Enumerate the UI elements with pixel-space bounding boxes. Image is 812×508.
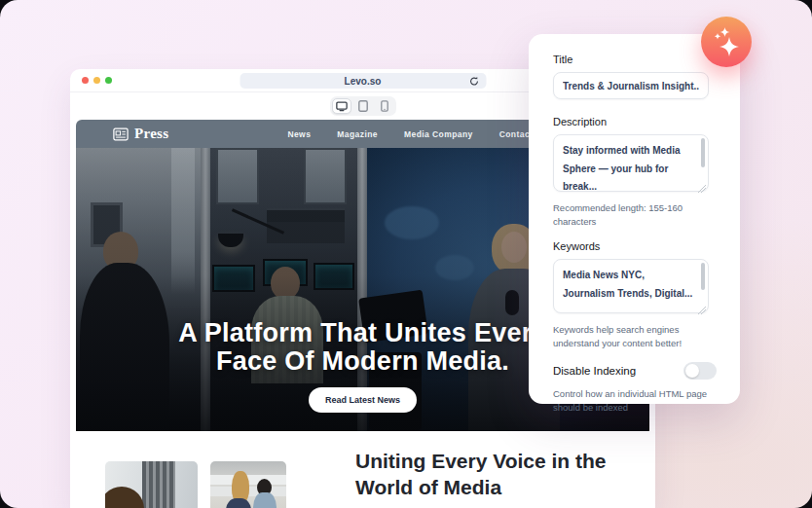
title-input[interactable] [553,72,709,99]
read-latest-news-button[interactable]: Read Latest News [309,387,417,413]
site-logo[interactable]: Press [113,126,168,142]
close-window-button[interactable] [82,77,89,84]
title-field-label: Title [553,54,717,65]
site-nav: News Magazine Media Company Contact [287,129,533,139]
description-field-label: Description [553,116,717,127]
ai-assistant-button[interactable] [701,17,752,67]
refresh-icon[interactable] [468,76,479,87]
keywords-field-wrap: Media News NYC, Journalism Trends, Digit… [553,259,709,317]
newspaper-icon [113,127,129,141]
desktop-icon[interactable] [332,98,351,114]
keywords-scrollbar[interactable] [701,263,705,290]
sparkles-icon [710,25,743,58]
screenshot-canvas: Levo.so [0,0,812,508]
indexing-helper-text: Control how an individual HTML page shou… [553,387,719,414]
seo-settings-panel: Title Description Stay informed with Med… [529,34,740,404]
description-textarea[interactable]: Stay informed with Media Sphere — your h… [553,134,709,192]
brand-name: Press [134,126,168,142]
section-heading: Uniting Every Voice in the World of Medi… [355,448,607,500]
address-bar[interactable]: Levo.so [240,73,486,89]
minimize-window-button[interactable] [93,77,100,84]
tablet-icon[interactable] [353,98,373,114]
disable-indexing-row: Disable Indexing [553,362,717,380]
traffic-lights [82,77,112,84]
nav-item-news[interactable]: News [287,129,311,139]
mobile-icon[interactable] [375,98,394,114]
keywords-helper-text: Keywords help search engines understand … [553,323,719,349]
below-fold-section: Uniting Every Voice in the World of Medi… [76,431,649,508]
disable-indexing-label: Disable Indexing [553,365,636,377]
nav-item-magazine[interactable]: Magazine [337,129,378,139]
keywords-textarea[interactable]: Media News NYC, Journalism Trends, Digit… [553,259,709,313]
zoom-window-button[interactable] [105,77,112,84]
nav-item-media-company[interactable]: Media Company [404,129,473,139]
keywords-field-label: Keywords [553,240,717,252]
description-helper-text: Recommended length: 155-160 characters [553,201,719,228]
device-switcher [330,96,396,116]
description-field-wrap: Stay informed with Media Sphere — your h… [553,134,709,196]
keywords-resize-handle[interactable] [698,307,706,314]
description-resize-handle[interactable] [698,185,706,193]
disable-indexing-toggle[interactable] [683,362,717,380]
url-text: Levo.so [345,76,382,87]
article-thumbnail-city [105,461,198,508]
description-scrollbar[interactable] [701,138,705,167]
article-thumbnail-office [210,461,286,508]
